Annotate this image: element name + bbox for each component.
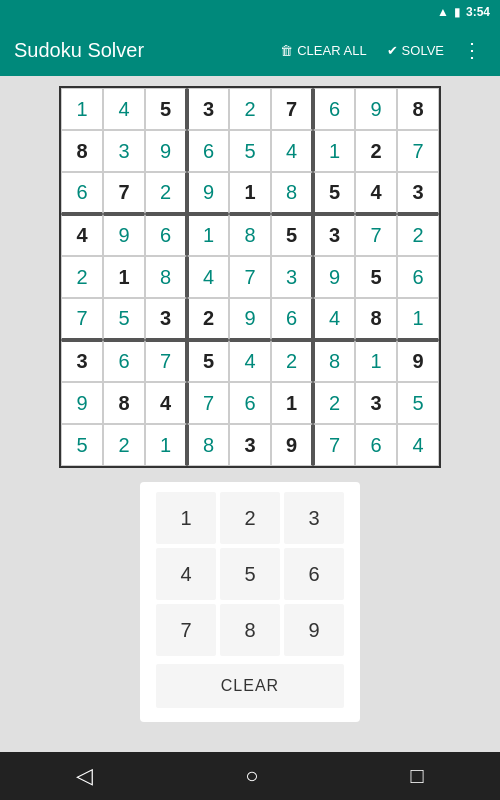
sudoku-cell[interactable]: 4: [61, 214, 103, 256]
sudoku-cell[interactable]: 2: [145, 172, 187, 214]
sudoku-cell[interactable]: 5: [61, 424, 103, 466]
sudoku-cell[interactable]: 7: [355, 214, 397, 256]
sudoku-cell[interactable]: 1: [397, 298, 439, 340]
sudoku-cell[interactable]: 6: [229, 382, 271, 424]
numpad-button-1[interactable]: 1: [156, 492, 216, 544]
sudoku-cell[interactable]: 8: [229, 214, 271, 256]
app-bar: Sudoku Solver 🗑 CLEAR ALL ✔ SOLVE ⋮: [0, 24, 500, 76]
numpad-button-5[interactable]: 5: [220, 548, 280, 600]
sudoku-cell[interactable]: 1: [145, 424, 187, 466]
sudoku-cell[interactable]: 4: [397, 424, 439, 466]
sudoku-cell[interactable]: 7: [397, 130, 439, 172]
sudoku-cell[interactable]: 2: [271, 340, 313, 382]
clear-all-button[interactable]: 🗑 CLEAR ALL: [274, 39, 372, 62]
sudoku-cell[interactable]: 1: [103, 256, 145, 298]
sudoku-cell[interactable]: 4: [355, 172, 397, 214]
sudoku-cell[interactable]: 2: [355, 130, 397, 172]
recent-button[interactable]: □: [391, 755, 444, 797]
home-button[interactable]: ○: [225, 755, 278, 797]
sudoku-cell[interactable]: 7: [313, 424, 355, 466]
sudoku-cell[interactable]: 6: [187, 130, 229, 172]
sudoku-cell[interactable]: 9: [61, 382, 103, 424]
sudoku-cell[interactable]: 3: [355, 382, 397, 424]
sudoku-cell[interactable]: 3: [61, 340, 103, 382]
numpad-button-9[interactable]: 9: [284, 604, 344, 656]
sudoku-cell[interactable]: 1: [61, 88, 103, 130]
sudoku-cell[interactable]: 1: [229, 172, 271, 214]
sudoku-cell[interactable]: 1: [355, 340, 397, 382]
sudoku-cell[interactable]: 5: [313, 172, 355, 214]
sudoku-cell[interactable]: 4: [103, 88, 145, 130]
sudoku-cell[interactable]: 2: [313, 382, 355, 424]
sudoku-cell[interactable]: 3: [229, 424, 271, 466]
sudoku-cell[interactable]: 9: [145, 130, 187, 172]
sudoku-cell[interactable]: 8: [313, 340, 355, 382]
sudoku-cell[interactable]: 9: [229, 298, 271, 340]
sudoku-cell[interactable]: 3: [103, 130, 145, 172]
sudoku-cell[interactable]: 4: [187, 256, 229, 298]
solve-button[interactable]: ✔ SOLVE: [381, 39, 450, 62]
sudoku-cell[interactable]: 1: [271, 382, 313, 424]
sudoku-cell[interactable]: 6: [355, 424, 397, 466]
numpad-button-6[interactable]: 6: [284, 548, 344, 600]
numpad-button-2[interactable]: 2: [220, 492, 280, 544]
clear-button[interactable]: CLEAR: [156, 664, 344, 708]
sudoku-cell[interactable]: 5: [229, 130, 271, 172]
sudoku-cell[interactable]: 5: [355, 256, 397, 298]
sudoku-cell[interactable]: 3: [145, 298, 187, 340]
sudoku-cell[interactable]: 8: [61, 130, 103, 172]
sudoku-cell[interactable]: 5: [103, 298, 145, 340]
more-button[interactable]: ⋮: [458, 34, 486, 66]
numpad-container: 123456789 CLEAR: [140, 482, 360, 722]
sudoku-cell[interactable]: 2: [397, 214, 439, 256]
sudoku-cell[interactable]: 9: [187, 172, 229, 214]
sudoku-cell[interactable]: 8: [271, 172, 313, 214]
sudoku-cell[interactable]: 6: [145, 214, 187, 256]
sudoku-cell[interactable]: 9: [355, 88, 397, 130]
sudoku-cell[interactable]: 5: [187, 340, 229, 382]
sudoku-cell[interactable]: 7: [145, 340, 187, 382]
sudoku-cell[interactable]: 9: [397, 340, 439, 382]
sudoku-cell[interactable]: 8: [187, 424, 229, 466]
sudoku-cell[interactable]: 8: [397, 88, 439, 130]
sudoku-cell[interactable]: 3: [187, 88, 229, 130]
sudoku-cell[interactable]: 3: [271, 256, 313, 298]
sudoku-cell[interactable]: 7: [229, 256, 271, 298]
sudoku-cell[interactable]: 4: [229, 340, 271, 382]
sudoku-cell[interactable]: 8: [103, 382, 145, 424]
sudoku-cell[interactable]: 1: [313, 130, 355, 172]
numpad-button-7[interactable]: 7: [156, 604, 216, 656]
sudoku-cell[interactable]: 4: [271, 130, 313, 172]
sudoku-cell[interactable]: 4: [145, 382, 187, 424]
sudoku-cell[interactable]: 2: [229, 88, 271, 130]
sudoku-cell[interactable]: 3: [313, 214, 355, 256]
sudoku-cell[interactable]: 7: [187, 382, 229, 424]
sudoku-cell[interactable]: 9: [271, 424, 313, 466]
sudoku-cell[interactable]: 7: [271, 88, 313, 130]
sudoku-cell[interactable]: 6: [103, 340, 145, 382]
numpad-button-3[interactable]: 3: [284, 492, 344, 544]
sudoku-cell[interactable]: 5: [271, 214, 313, 256]
numpad-button-4[interactable]: 4: [156, 548, 216, 600]
sudoku-cell[interactable]: 9: [103, 214, 145, 256]
sudoku-cell[interactable]: 7: [61, 298, 103, 340]
sudoku-cell[interactable]: 2: [187, 298, 229, 340]
sudoku-cell[interactable]: 4: [313, 298, 355, 340]
sudoku-cell[interactable]: 9: [313, 256, 355, 298]
sudoku-cell[interactable]: 6: [313, 88, 355, 130]
sudoku-cell[interactable]: 8: [145, 256, 187, 298]
sudoku-cell[interactable]: 6: [61, 172, 103, 214]
sudoku-cell[interactable]: 7: [103, 172, 145, 214]
numpad-button-8[interactable]: 8: [220, 604, 280, 656]
bottom-nav: ◁ ○ □: [0, 752, 500, 800]
sudoku-cell[interactable]: 6: [397, 256, 439, 298]
sudoku-cell[interactable]: 6: [271, 298, 313, 340]
sudoku-cell[interactable]: 1: [187, 214, 229, 256]
sudoku-cell[interactable]: 5: [145, 88, 187, 130]
back-button[interactable]: ◁: [56, 755, 113, 797]
sudoku-cell[interactable]: 8: [355, 298, 397, 340]
sudoku-cell[interactable]: 5: [397, 382, 439, 424]
sudoku-cell[interactable]: 2: [103, 424, 145, 466]
sudoku-cell[interactable]: 2: [61, 256, 103, 298]
sudoku-cell[interactable]: 3: [397, 172, 439, 214]
